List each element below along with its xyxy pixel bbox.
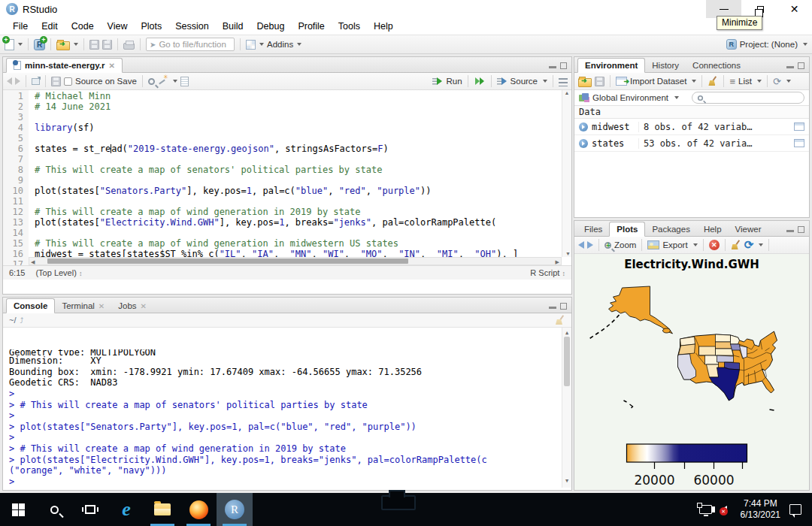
run-button[interactable]: Run [446,77,462,86]
popout-window-icon[interactable] [32,78,40,85]
view-table-icon[interactable] [794,139,804,147]
start-button[interactable] [0,493,36,526]
environment-object-midwest[interactable]: midwest8 obs. of 42 variab… [574,119,809,135]
save-all-button[interactable] [102,40,112,50]
refresh-icon[interactable]: ⟳ [773,77,781,86]
minimize-pane-icon[interactable] [549,63,556,68]
task-view-button[interactable] [72,493,108,526]
tab-viewer[interactable]: Viewer [729,222,768,236]
network-icon[interactable] [699,505,712,514]
console-scrollbar[interactable]: ▲▼ [562,328,571,488]
refresh-plot-icon[interactable]: ⟳ [744,240,754,250]
new-file-button[interactable] [5,39,23,50]
menu-view[interactable]: View [101,20,135,33]
export-button[interactable]: Export [662,240,687,249]
tab-plots[interactable]: Plots [609,222,645,237]
working-directory[interactable]: ~/ [9,316,16,325]
new-project-button[interactable]: R [34,39,45,50]
editor-horizontal-scrollbar[interactable]: ◀▶ [29,257,562,265]
source-button[interactable]: Source [511,77,538,86]
tab-minn-state-energy[interactable]: minn-state-energy.r✕ [6,58,123,73]
environment-object-states[interactable]: states53 obs. of 42 varia… [574,135,809,152]
internet-explorer-button[interactable]: e [108,493,144,526]
minimize-pane-icon[interactable] [786,63,794,68]
maximize-pane-icon[interactable] [560,303,567,310]
expand-icon[interactable] [579,139,588,148]
tab-connections[interactable]: Connections [686,59,747,72]
menu-debug[interactable]: Debug [250,20,292,33]
maximize-pane-icon[interactable] [798,226,804,233]
document-outline-icon[interactable] [559,78,568,86]
rerun-icon[interactable] [474,77,486,86]
compile-report-icon[interactable] [180,77,189,86]
tab-files[interactable]: Files [577,222,609,236]
volume-muted-icon[interactable] [721,506,727,513]
menu-build[interactable]: Build [216,20,250,33]
zoom-button[interactable]: Zoom [614,240,636,249]
menu-profile[interactable]: Profile [291,20,331,33]
addins-button[interactable]: Addins [267,40,301,49]
list-view-button[interactable]: List [738,77,752,86]
rstudio-taskbar-button[interactable]: R [217,493,253,526]
console-output[interactable]: Geometry type: MULTIPOLYGONDimension: XY… [3,328,571,488]
environment-search-input[interactable] [692,92,804,104]
cursor-position[interactable]: 6:15 [9,268,25,277]
next-plot-icon[interactable] [587,241,593,249]
menu-code[interactable]: Code [65,20,101,33]
scope-selector[interactable]: (Top Level) ↕ [35,268,82,277]
import-dataset-button[interactable]: Import Dataset [630,77,686,86]
file-type-selector[interactable]: R Script ↕ [530,268,565,277]
menu-session[interactable]: Session [168,20,215,33]
environment-scope-selector[interactable]: Global Environment [592,93,668,102]
code-tools-icon[interactable] [158,77,168,86]
close-tab-icon[interactable]: ✕ [109,62,115,70]
minimize-pane-icon[interactable] [786,227,794,232]
back-icon[interactable] [7,77,12,85]
menu-help[interactable]: Help [367,20,400,33]
taskbar-search-button[interactable] [36,493,72,526]
source-on-save-checkbox[interactable] [64,77,72,86]
forward-icon[interactable] [15,77,20,85]
menu-plots[interactable]: Plots [134,20,168,33]
menu-edit[interactable]: Edit [35,20,65,33]
close-terminal-icon[interactable]: ✕ [98,302,105,310]
panes-layout-button[interactable] [246,40,264,50]
previous-plot-icon[interactable] [578,241,584,249]
menu-tools[interactable]: Tools [332,20,367,33]
find-replace-icon[interactable] [148,78,155,85]
firefox-button[interactable] [180,493,217,526]
close-button[interactable]: ✕ [777,0,812,18]
tab-packages[interactable]: Packages [645,222,697,236]
project-menu-button[interactable]: R Project: (None) [726,39,807,50]
tab-jobs[interactable]: Jobs✕ [111,299,153,313]
save-button[interactable] [89,40,99,50]
clear-console-icon[interactable] [555,315,565,325]
action-center-icon[interactable] [789,504,801,515]
print-button[interactable] [123,39,135,50]
tab-terminal[interactable]: Terminal✕ [55,299,111,313]
expand-icon[interactable] [579,122,588,132]
maximize-pane-icon[interactable] [560,62,567,69]
clear-plots-icon[interactable] [731,240,741,250]
popout-icon[interactable]: ⤴ [20,316,23,325]
tab-console[interactable]: Console [6,298,55,313]
clear-environment-icon[interactable] [707,76,718,86]
tab-environment[interactable]: Environment [577,58,645,73]
load-workspace-icon[interactable] [578,78,592,87]
save-source-icon[interactable] [51,77,61,86]
remove-plot-icon[interactable]: ✕ [709,240,720,250]
maximize-pane-icon[interactable] [798,62,804,69]
close-jobs-icon[interactable]: ✕ [141,302,147,310]
code-editor[interactable]: 1234567891011121314151617 # Michael Minn… [3,90,571,265]
view-table-icon[interactable] [794,122,804,131]
menu-file[interactable]: File [6,20,35,33]
minimize-pane-icon[interactable] [549,304,556,309]
open-file-button[interactable] [56,39,78,50]
file-explorer-button[interactable] [144,493,180,526]
tab-help[interactable]: Help [697,222,729,236]
save-workspace-icon[interactable] [595,77,604,86]
goto-file-function-input[interactable]: ➤ Go to file/function [146,38,235,51]
tab-history[interactable]: History [645,59,686,72]
taskbar-clock[interactable]: 7:44 PM 6/13/2021 [741,498,780,521]
editor-vertical-scrollbar[interactable]: ▲▼ [562,90,571,257]
